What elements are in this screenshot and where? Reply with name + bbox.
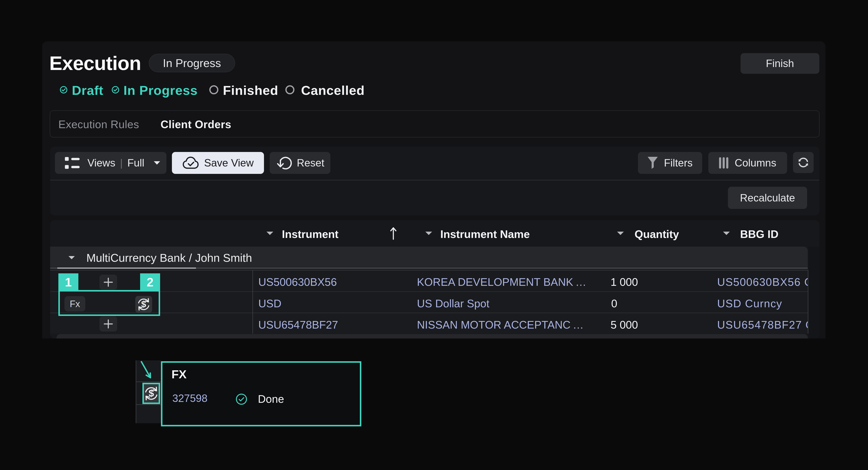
svg-text:$: $	[149, 388, 154, 399]
